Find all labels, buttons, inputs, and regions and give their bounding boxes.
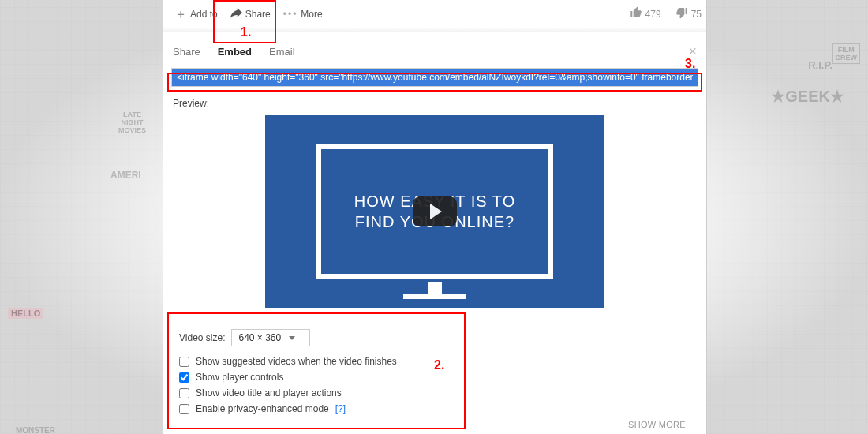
share-button[interactable]: Share <box>224 5 277 24</box>
play-icon <box>430 204 442 219</box>
monitor-stand <box>428 282 442 294</box>
chevron-down-icon <box>289 336 295 340</box>
annotation-label-1: 1. <box>241 25 251 39</box>
preview-label: Preview: <box>163 95 706 115</box>
doodle-hello: HELLO <box>8 308 43 319</box>
opt-privacy-checkbox[interactable] <box>179 404 189 414</box>
tab-share[interactable]: Share <box>173 46 200 58</box>
video-size-select[interactable]: 640 × 360 <box>231 329 310 346</box>
opt-controls-label: Show player controls <box>196 372 283 383</box>
doodle-geek: ★GEEK★ <box>771 87 844 106</box>
annotation-label-3: 3. <box>685 57 695 71</box>
plus-icon: ＋ <box>174 8 187 21</box>
like-count: 479 <box>645 9 661 20</box>
doodle-monster: MONSTER <box>16 426 55 434</box>
opt-title-actions[interactable]: Show video title and player actions <box>179 385 690 401</box>
opt-suggested-label: Show suggested videos when the video fin… <box>196 356 397 367</box>
video-size-row: Video size: 640 × 360 <box>179 327 690 349</box>
opt-suggested-checkbox[interactable] <box>179 357 189 367</box>
privacy-help-link[interactable]: [?] <box>335 403 346 414</box>
video-size-label: Video size: <box>179 332 225 343</box>
thumbs-up-icon[interactable] <box>630 6 642 21</box>
opt-title-actions-label: Show video title and player actions <box>196 387 342 398</box>
tab-embed[interactable]: Embed <box>218 46 252 58</box>
embed-code-input[interactable] <box>171 68 698 87</box>
add-to-label: Add to <box>190 9 218 20</box>
show-more-button[interactable]: SHOW MORE <box>179 417 690 431</box>
doodle-movies: LATE NIGHT MOVIES <box>118 110 146 134</box>
embed-options: Video size: 640 × 360 Show suggested vid… <box>171 320 698 434</box>
share-label: Share <box>245 9 271 20</box>
video-action-bar: ＋ Add to Share ••• More 479 75 <box>163 0 706 28</box>
like-group: 479 75 <box>630 6 702 21</box>
video-preview[interactable]: HOW EASY IT IS TO FIND YOU ONLINE? <box>265 115 604 308</box>
opt-title-actions-checkbox[interactable] <box>179 388 189 398</box>
more-button[interactable]: ••• More <box>277 6 329 23</box>
opt-privacy-label: Enable privacy-enhanced mode <box>196 403 329 414</box>
opt-privacy[interactable]: Enable privacy-enhanced mode [?] <box>179 401 690 417</box>
doodle-film: FILM CREW <box>832 43 861 64</box>
more-dots-icon: ••• <box>283 9 298 20</box>
preview-area: HOW EASY IT IS TO FIND YOU ONLINE? <box>163 115 706 308</box>
add-to-button[interactable]: ＋ Add to <box>168 5 224 24</box>
video-size-value: 640 × 360 <box>238 332 281 343</box>
monitor-base <box>403 294 466 299</box>
share-arrow-icon <box>230 8 242 21</box>
thumbs-down-icon[interactable] <box>675 6 688 21</box>
annotation-label-2: 2. <box>434 358 444 372</box>
dislike-count: 75 <box>691 9 702 20</box>
tab-email[interactable]: Email <box>269 46 295 58</box>
more-label: More <box>301 9 322 20</box>
doodle-rip: R.I.P. <box>808 59 832 71</box>
embed-code-wrap <box>171 68 698 87</box>
opt-controls-checkbox[interactable] <box>179 372 189 383</box>
play-button[interactable] <box>413 196 457 226</box>
doodle-ameri: AMERI <box>110 170 141 181</box>
